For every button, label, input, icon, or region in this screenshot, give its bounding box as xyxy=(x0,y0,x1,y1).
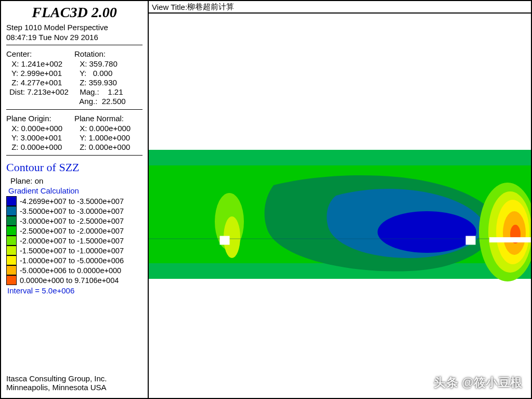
contour-title: Contour of SZZ xyxy=(6,161,142,174)
gradient-calc-label: Gradient Calculation xyxy=(6,186,142,195)
contour-plot-svg xyxy=(149,14,531,398)
plane-block: Plane Origin: X: 0.000e+000 Y: 3.000e+00… xyxy=(6,114,142,152)
mag: Mag.: 1.21 xyxy=(74,87,142,96)
svg-rect-12 xyxy=(220,236,229,244)
legend-label: 0.0000e+000 to 9.7106e+004 xyxy=(20,276,119,285)
view-title-bar: View Title: 柳巷超前计算 xyxy=(149,1,531,14)
info-sidebar: FLAC3D 2.00 Step 1010 Model Perspective … xyxy=(1,1,149,398)
plane-normal-z: Z: 0.000e+000 xyxy=(74,143,142,151)
legend-swatch xyxy=(6,246,17,255)
legend-label: -3.0000e+007 to -2.5000e+007 xyxy=(20,217,124,225)
interval: Interval = 5.0e+006 xyxy=(6,286,142,295)
legend-swatch xyxy=(6,196,17,206)
legend-label: -4.2699e+007 to -3.5000e+007 xyxy=(20,197,124,205)
center-rotation-block: Center: X: 1.241e+002 Y: 2.999e+001 Z: 4… xyxy=(6,49,142,106)
legend-row: 0.0000e+000 to 9.7106e+004 xyxy=(6,275,142,285)
legend-swatch xyxy=(6,206,17,216)
dist: Dist: 7.213e+002 xyxy=(6,87,74,96)
legend-label: -5.0000e+006 to 0.0000e+000 xyxy=(20,266,121,275)
app-title: FLAC3D 2.00 xyxy=(6,3,142,23)
rotation-label: Rotation: xyxy=(74,49,142,58)
svg-rect-1 xyxy=(149,150,531,165)
footer: Itasca Consulting Group, Inc. Minneapoli… xyxy=(6,374,142,392)
plane-normal-x: X: 0.000e+000 xyxy=(74,124,142,133)
legend-label: -1.5000e+007 to -1.0000e+007 xyxy=(20,247,124,255)
rot-x: X: 359.780 xyxy=(74,59,142,68)
watermark: 头条 @筱小豆根 xyxy=(434,375,523,391)
svg-rect-13 xyxy=(466,236,475,244)
view-title-value: 柳巷超前计算 xyxy=(187,2,234,12)
legend-swatch xyxy=(6,265,17,275)
plane-normal-y: Y: 1.000e+000 xyxy=(74,133,142,142)
divider xyxy=(6,109,142,110)
center-x: X: 1.241e+002 xyxy=(6,59,74,68)
center-label: Center: xyxy=(6,49,74,58)
footer-line-2: Minneapolis, Minnesota USA xyxy=(6,383,142,392)
divider xyxy=(6,45,142,45)
legend-swatch xyxy=(6,255,17,265)
plane-on: Plane: on xyxy=(6,176,142,185)
svg-point-5 xyxy=(378,211,476,253)
legend-swatch xyxy=(6,236,17,246)
app-window: FLAC3D 2.00 Step 1010 Model Perspective … xyxy=(0,0,532,399)
legend-swatch xyxy=(6,226,17,236)
main-panel: View Title: 柳巷超前计算 xyxy=(149,1,531,398)
legend-label: -2.5000e+007 to -2.0000e+007 xyxy=(20,227,124,235)
ang: Ang.: 22.500 xyxy=(74,97,142,106)
legend-row: -3.0000e+007 to -2.5000e+007 xyxy=(6,216,142,226)
footer-line-1: Itasca Consulting Group, Inc. xyxy=(6,374,142,383)
legend-row: -1.0000e+007 to -5.0000e+006 xyxy=(6,255,142,265)
legend-row: -2.0000e+007 to -1.5000e+007 xyxy=(6,236,142,246)
legend-row: -4.2699e+007 to -3.5000e+007 xyxy=(6,196,142,206)
legend-label: -3.5000e+007 to -3.0000e+007 xyxy=(20,207,124,215)
plane-normal-label: Plane Normal: xyxy=(74,114,142,123)
step-line: Step 1010 Model Perspective xyxy=(6,23,142,32)
legend-row: -3.5000e+007 to -3.0000e+007 xyxy=(6,206,142,216)
legend-label: -1.0000e+007 to -5.0000e+006 xyxy=(20,256,124,265)
center-y: Y: 2.999e+001 xyxy=(6,69,74,78)
timestamp: 08:47:19 Tue Nov 29 2016 xyxy=(6,33,142,42)
plot-area[interactable]: 头条 @筱小豆根 xyxy=(149,14,531,398)
legend-swatch xyxy=(6,216,17,226)
rot-z: Z: 359.930 xyxy=(74,78,142,87)
plane-origin-x: X: 0.000e+000 xyxy=(6,124,74,133)
center-z: Z: 4.277e+001 xyxy=(6,78,74,87)
legend-row: -5.0000e+006 to 0.0000e+000 xyxy=(6,265,142,275)
plane-origin-z: Z: 0.000e+000 xyxy=(6,143,74,151)
rot-y: Y: 0.000 xyxy=(74,69,142,78)
plane-origin-label: Plane Origin: xyxy=(6,114,74,123)
plane-origin-y: Y: 3.000e+001 xyxy=(6,133,74,142)
legend-swatch xyxy=(6,275,17,285)
legend-label: -2.0000e+007 to -1.5000e+007 xyxy=(20,237,124,245)
legend: -4.2699e+007 to -3.5000e+007-3.5000e+007… xyxy=(6,196,142,285)
legend-row: -2.5000e+007 to -2.0000e+007 xyxy=(6,226,142,236)
legend-row: -1.5000e+007 to -1.0000e+007 xyxy=(6,246,142,255)
svg-rect-14 xyxy=(489,237,531,242)
view-title-label: View Title: xyxy=(152,3,187,11)
divider xyxy=(6,155,142,156)
